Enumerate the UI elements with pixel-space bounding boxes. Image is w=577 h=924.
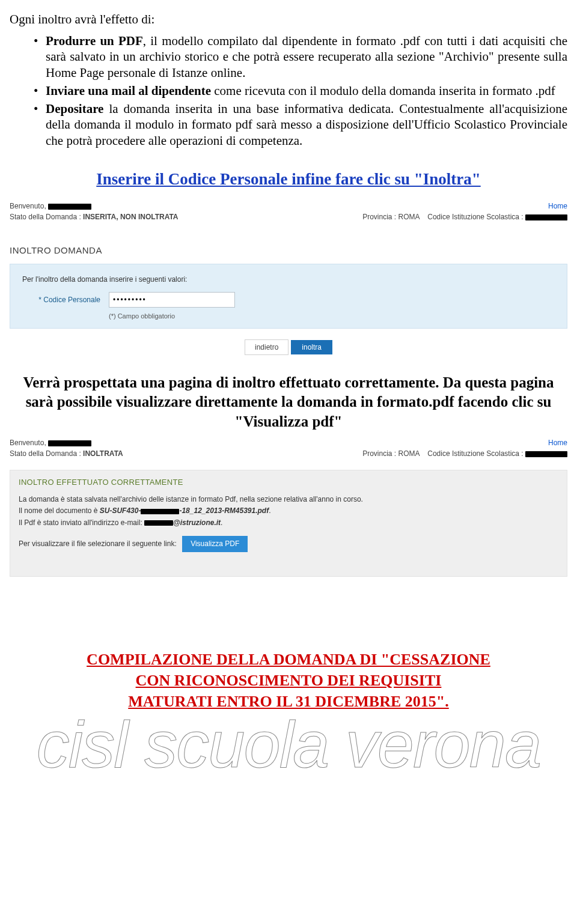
- redacted-email: [144, 520, 173, 526]
- redacted-name: [48, 204, 91, 210]
- success-emaildomain: @istruzione.it: [173, 518, 221, 527]
- bullet-3-rest: la domanda inserita in una base informat…: [46, 102, 567, 148]
- codice-personale-label: * Codice Personale: [22, 296, 100, 304]
- success-docsuffix: -18_12_2013-RM45391.pdf: [179, 506, 269, 515]
- panel-title-inoltro: INOLTRO DOMANDA: [10, 245, 567, 255]
- bullet-3: Depositare la domanda inserita in una ba…: [46, 101, 567, 148]
- redacted-codist-2: [525, 451, 567, 457]
- prov-label-2: Provincia :: [362, 449, 396, 458]
- red-line2: CON RICONOSCIMENTO DEI REQUISITI: [136, 672, 442, 689]
- state-label: Stato della Domanda :: [10, 213, 81, 221]
- codist-label: Codice Istituzione Scolastica :: [427, 213, 523, 221]
- bullet-list: Produrre un PDF, il modello compilato da…: [10, 33, 567, 148]
- redacted-doc: [141, 509, 179, 514]
- grey-success-panel: INOLTRO EFFETTUATO CORRETTAMENTE La doma…: [10, 470, 567, 577]
- panel-intro: Per l'inoltro della domanda inserire i s…: [22, 275, 555, 284]
- red-heading: COMPILAZIONE DELLA DOMANDA DI "CESSAZION…: [10, 649, 567, 712]
- intro-text: Ogni inoltro avrà l'effetto di:: [10, 12, 567, 27]
- bullet-1: Produrre un PDF, il modello compilato da…: [46, 33, 567, 81]
- prov-value: ROMA: [398, 213, 420, 221]
- home-link-2[interactable]: Home: [548, 439, 567, 447]
- success-title: INOLTRO EFFETTUATO CORRETTAMENTE: [10, 470, 567, 490]
- bullet-1-strong: Produrre un PDF: [46, 34, 143, 48]
- success-line2: Il nome del documento è SU-SUF430--18_12…: [19, 505, 558, 517]
- red-line1: COMPILAZIONE DELLA DOMANDA DI "CESSAZION…: [87, 651, 490, 668]
- indietro-button[interactable]: indietro: [245, 339, 288, 355]
- prov-label: Provincia :: [362, 213, 396, 221]
- state-label-2: Stato della Domanda :: [10, 449, 81, 458]
- success-line1: La domanda è stata salvata nell'archivio…: [19, 494, 558, 505]
- redacted-name-2: [48, 440, 91, 446]
- bullet-2: Inviare una mail al dipendente come rice…: [46, 83, 567, 99]
- codice-personale-input[interactable]: [109, 292, 235, 308]
- success-line3a: Il Pdf è stato inviato all'indirizzo e-m…: [19, 518, 144, 527]
- bullet-3-strong: Depositare: [46, 102, 109, 116]
- home-link[interactable]: Home: [548, 202, 567, 210]
- success-line4: Per visualizzare il file selezionare il …: [19, 540, 177, 548]
- codist-label-2: Codice Istituzione Scolastica :: [427, 449, 523, 458]
- inoltra-button[interactable]: inoltra: [291, 340, 332, 354]
- screenshot-inoltro-domanda: Benvenuto, Home Stato della Domanda : IN…: [10, 201, 567, 355]
- mandatory-note: (*) Campo obbligatorio: [109, 312, 555, 320]
- bullet-2-rest: come ricevuta con il modulo della domand…: [214, 84, 555, 98]
- state-value: INSERITA, NON INOLTRATA: [83, 213, 178, 221]
- prov-value-2: ROMA: [398, 449, 420, 458]
- visualizza-pdf-button[interactable]: Visualizza PDF: [182, 536, 248, 552]
- success-line3: Il Pdf è stato inviato all'indirizzo e-m…: [19, 517, 558, 529]
- state-value-2: INOLTRATA: [83, 449, 123, 458]
- success-docprefix: SU-SUF430-: [100, 506, 141, 515]
- redacted-codist: [525, 214, 567, 220]
- black-confirmation-text: Verrà prospettata una pagina di inoltro …: [10, 373, 567, 432]
- blue-panel: Per l'inoltro della domanda inserire i s…: [10, 264, 567, 329]
- watermark-text: cisl scuola verona: [10, 714, 567, 774]
- screenshot-inoltro-effettuato: Benvenuto, Home Stato della Domanda : IN…: [10, 437, 567, 577]
- red-line3: MATURATI ENTRO IL 31 DICEMBRE 2015".: [128, 693, 449, 710]
- heading-inserire-codice: Inserire il Codice Personale infine fare…: [10, 170, 567, 189]
- bullet-2-strong: Inviare una mail al dipendente: [46, 84, 214, 98]
- welcome-label-2: Benvenuto,: [10, 439, 46, 447]
- success-line2a: Il nome del documento è: [19, 506, 100, 515]
- welcome-label: Benvenuto,: [10, 202, 46, 210]
